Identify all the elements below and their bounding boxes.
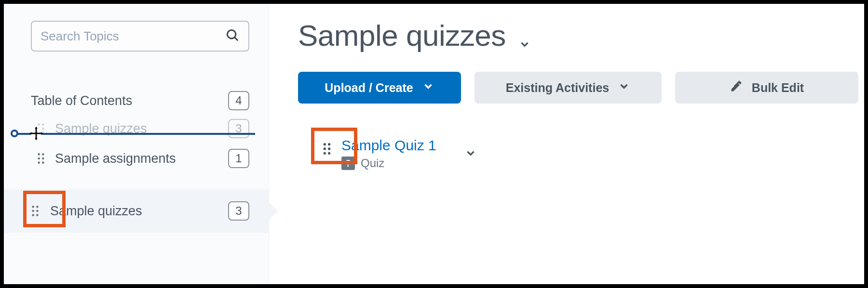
toc-item-count: 3 (228, 119, 249, 138)
toc-item-count: 3 (228, 201, 249, 221)
drag-handle-icon[interactable] (37, 152, 47, 165)
toc-item-dragging[interactable]: Sample quizzes 3 (4, 115, 269, 142)
svg-point-7 (42, 131, 44, 134)
svg-point-13 (42, 161, 44, 164)
svg-point-15 (36, 206, 39, 208)
svg-point-19 (36, 214, 39, 216)
svg-point-24 (328, 143, 330, 145)
svg-point-10 (38, 157, 40, 160)
button-label: Existing Activities (506, 81, 609, 95)
pencil-icon (730, 79, 743, 96)
svg-point-9 (42, 153, 44, 156)
quiz-type-icon: ? (341, 157, 355, 170)
upload-create-button[interactable]: Upload / Create (298, 72, 461, 104)
svg-point-25 (324, 147, 326, 150)
svg-point-5 (42, 128, 44, 130)
toc-item-count: 1 (228, 149, 249, 168)
toc-header-count: 4 (228, 91, 249, 110)
toc-item[interactable]: Sample assignments 1 (4, 145, 269, 172)
svg-point-4 (38, 128, 40, 130)
toc-item-label: Sample quizzes (50, 204, 142, 219)
sidebar: Table of Contents 4 Sample quizzes 3 (4, 4, 269, 284)
svg-point-6 (38, 131, 40, 134)
chevron-down-icon (422, 80, 434, 95)
page-title[interactable]: Sample quizzes (298, 18, 506, 52)
toc-item-label: Sample quizzes (55, 121, 147, 136)
svg-point-8 (38, 153, 40, 156)
svg-point-12 (38, 161, 40, 164)
svg-point-11 (42, 157, 44, 160)
svg-point-14 (32, 206, 34, 208)
svg-point-0 (227, 30, 236, 39)
toc-item-active[interactable]: Sample quizzes 3 (4, 189, 269, 233)
svg-point-3 (42, 123, 44, 126)
search-box[interactable] (31, 21, 249, 52)
svg-point-26 (328, 147, 330, 150)
svg-line-1 (235, 38, 238, 40)
button-label: Upload / Create (325, 81, 413, 95)
drag-handle-icon[interactable] (31, 205, 41, 217)
main-content: Sample quizzes Upload / Create Existing … (269, 4, 864, 284)
search-icon[interactable] (225, 28, 240, 44)
search-input[interactable] (41, 29, 225, 44)
svg-point-23 (324, 143, 326, 145)
content-item-type: Quiz (361, 157, 384, 170)
svg-point-28 (328, 152, 330, 155)
toc-item-label: Sample assignments (55, 151, 176, 166)
button-label: Bulk Edit (752, 81, 804, 95)
svg-point-2 (38, 123, 40, 126)
svg-point-18 (32, 214, 34, 216)
svg-point-27 (324, 152, 326, 155)
chevron-down-icon (618, 80, 630, 95)
existing-activities-button[interactable]: Existing Activities (475, 72, 662, 104)
drag-handle-icon[interactable] (37, 122, 47, 135)
svg-point-17 (36, 210, 39, 212)
title-dropdown-icon[interactable] (518, 38, 531, 52)
drag-handle-icon[interactable] (322, 142, 333, 156)
content-item-title[interactable]: Sample Quiz 1 (341, 137, 436, 154)
svg-point-16 (32, 210, 34, 212)
toc-header-label: Table of Contents (31, 93, 132, 108)
item-dropdown-icon[interactable] (464, 147, 477, 161)
bulk-edit-button[interactable]: Bulk Edit (675, 72, 858, 104)
toc-header[interactable]: Table of Contents 4 (4, 89, 269, 112)
content-item[interactable]: Sample Quiz 1 ? Quiz (298, 137, 864, 170)
